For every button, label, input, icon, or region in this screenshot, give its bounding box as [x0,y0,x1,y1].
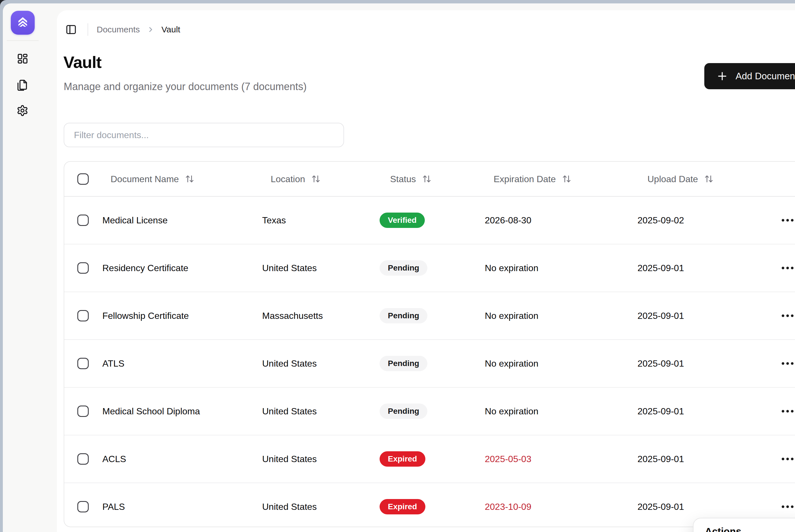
status-badge: Expired [380,451,425,467]
sidebar-toggle-button[interactable] [63,22,79,38]
upload-date-cell: 2025-09-02 [637,215,684,226]
column-header-upload-date[interactable]: Upload Date [647,174,714,184]
app-root: Documents Vault Vault Manage and organiz… [0,0,795,532]
ellipsis-icon [781,218,794,222]
upload-date-cell: 2025-09-01 [637,358,684,369]
column-label: Upload Date [647,174,698,184]
table-row: ACLS United States Expired 2025-05-03 20… [64,435,795,483]
location-cell: Massachusetts [262,311,323,321]
row-actions-button[interactable] [780,308,795,324]
row-checkbox[interactable] [77,214,89,226]
breadcrumb-item-current: Vault [162,25,180,34]
location-cell: United States [262,454,317,464]
status-badge: Pending [380,403,427,419]
document-name-cell: Medical License [103,215,167,226]
row-actions-button[interactable] [780,499,795,515]
sidebar-item-documents[interactable] [15,77,31,93]
row-checkbox[interactable] [77,501,89,512]
actions-menu-title: Actions [705,526,741,532]
expiration-date-cell: 2023-10-09 [485,501,532,512]
expiration-date-cell: No expiration [485,311,538,321]
ellipsis-icon [781,361,794,365]
breadcrumb: Documents Vault [63,22,180,38]
chevrons-up-icon [15,15,30,30]
upload-date-cell: 2025-09-01 [637,406,684,417]
table-row: ATLS United States Pending No expiration… [64,340,795,387]
row-checkbox[interactable] [77,262,89,274]
upload-date-cell: 2025-09-01 [637,311,684,321]
settings-icon [17,104,29,116]
arrow-up-down-icon [562,174,571,184]
add-document-label: Add Document [736,71,795,81]
arrow-up-down-icon [311,174,320,184]
page-title: Vault [63,53,101,72]
add-document-button[interactable]: Add Document [704,63,795,89]
breadcrumb-item-documents[interactable]: Documents [97,25,140,34]
select-all-checkbox[interactable] [77,173,89,185]
column-header-location[interactable]: Location [271,174,320,184]
arrow-up-down-icon [704,174,714,184]
arrow-up-down-icon [422,174,431,184]
upload-date-cell: 2025-09-01 [637,263,684,273]
row-checkbox[interactable] [77,358,89,369]
plus-icon [717,71,727,81]
location-cell: United States [262,358,317,369]
document-name-cell: Fellowship Certificate [103,311,189,321]
column-label: Document Name [111,174,179,184]
document-name-cell: ATLS [103,358,125,369]
sidebar-item-settings[interactable] [15,102,31,118]
page-subtitle: Manage and organize your documents (7 do… [64,81,307,93]
documents-table: Document Name Location Status Expiration… [64,161,795,527]
expiration-date-cell: No expiration [485,263,538,273]
expiration-date-cell: No expiration [485,358,538,369]
row-checkbox[interactable] [77,405,89,417]
chevron-right-icon [147,25,155,34]
row-actions-button[interactable] [780,212,795,228]
status-badge: Pending [380,308,427,323]
expiration-date-cell: 2025-05-03 [485,454,532,464]
actions-menu: Actions [693,518,795,532]
location-cell: United States [262,263,317,273]
filter-documents-input[interactable] [64,123,344,147]
upload-date-cell: 2025-09-01 [637,501,684,512]
row-checkbox[interactable] [77,453,89,464]
location-cell: United States [262,406,317,417]
row-checkbox[interactable] [77,310,89,321]
column-header-expiration-date[interactable]: Expiration Date [494,174,571,184]
arrow-up-down-icon [185,174,194,184]
panel-left-icon [66,24,77,35]
sidebar-item-dashboard[interactable] [15,51,31,66]
column-label: Expiration Date [494,174,556,184]
table-header-row: Document Name Location Status Expiration… [64,162,795,197]
table-body: Medical License Texas Verified 2026-08-3… [64,197,795,530]
ellipsis-icon [781,314,794,318]
row-actions-button[interactable] [780,356,795,372]
column-header-status[interactable]: Status [390,174,431,184]
ellipsis-icon [781,266,794,270]
table-row: Fellowship Certificate Massachusetts Pen… [64,292,795,340]
table-row: Residency Certificate United States Pend… [64,244,795,292]
status-badge: Pending [380,356,427,371]
expiration-date-cell: 2026-08-30 [485,215,532,226]
document-name-cell: Residency Certificate [103,263,188,273]
row-actions-button[interactable] [780,451,795,467]
upload-date-cell: 2025-09-01 [637,454,684,464]
sidebar-divider [7,40,39,41]
status-badge: Expired [380,499,425,514]
status-badge: Pending [380,260,427,276]
column-header-document-name[interactable]: Document Name [111,174,194,184]
table-row: Medical School Diploma United States Pen… [64,387,795,435]
location-cell: United States [262,501,317,512]
document-name-cell: Medical School Diploma [103,406,200,417]
document-name-cell: ACLS [103,454,126,464]
document-name-cell: PALS [103,501,125,512]
location-cell: Texas [262,215,286,226]
status-badge: Verified [380,213,425,228]
app-logo[interactable] [11,11,35,35]
expiration-date-cell: No expiration [485,406,538,417]
ellipsis-icon [781,457,794,461]
dashboard-icon [17,53,29,64]
row-actions-button[interactable] [780,260,795,276]
row-actions-button[interactable] [780,403,795,419]
table-row: PALS United States Expired 2023-10-09 20… [64,483,795,530]
